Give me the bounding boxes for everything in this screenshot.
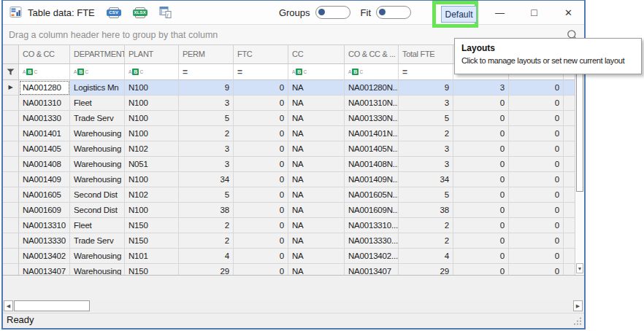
text-filter-type-icon[interactable]: ABC	[23, 69, 37, 75]
column-header[interactable]: CC	[288, 45, 345, 64]
text-filter-type-icon[interactable]: ABC	[348, 69, 363, 75]
cell[interactable]: 3	[453, 80, 509, 96]
row-indicator-cell[interactable]	[3, 264, 19, 276]
cell[interactable]: NA0013310...	[345, 218, 399, 233]
close-icon[interactable]: ✕	[562, 7, 575, 18]
cell[interactable]: 0	[234, 187, 288, 203]
cell[interactable]: 3	[399, 157, 453, 172]
cell[interactable]: NA001310N...	[345, 96, 399, 111]
cell[interactable]: 5	[179, 111, 234, 126]
cell[interactable]: NA	[288, 157, 345, 172]
cell[interactable]: NA0013402	[19, 249, 70, 264]
scroll-right-icon[interactable]: ▶	[573, 300, 583, 311]
numeric-filter-type-icon[interactable]: =	[237, 68, 242, 77]
cell[interactable]: 2	[179, 218, 234, 233]
cell[interactable]: NA	[288, 96, 345, 111]
cell[interactable]: NA	[288, 218, 345, 233]
cell[interactable]: 0	[234, 233, 288, 249]
cell[interactable]: Warehousing	[70, 249, 125, 264]
cell[interactable]: 3	[179, 96, 234, 111]
text-filter-type-icon[interactable]: ABC	[129, 69, 143, 75]
table-row[interactable]: NA0013402WarehousingN10140NANA0013402...…	[3, 249, 575, 264]
cell[interactable]: NA	[288, 141, 345, 157]
cell[interactable]: 4	[179, 249, 234, 264]
cell[interactable]: 0	[509, 264, 564, 276]
table-row[interactable]: NA0013310FleetN15020NANA0013310...200	[3, 218, 575, 233]
cell[interactable]: Warehousing	[70, 126, 125, 141]
cell[interactable]: NA	[288, 203, 345, 218]
row-indicator-cell[interactable]	[3, 157, 19, 172]
cell[interactable]: NA0013407	[19, 264, 70, 276]
cell[interactable]: 0	[234, 157, 288, 172]
row-indicator-cell[interactable]	[3, 172, 19, 187]
cell[interactable]: N100	[125, 80, 179, 96]
cell[interactable]: NA001405	[19, 141, 70, 157]
row-indicator-cell[interactable]	[3, 187, 19, 203]
cell[interactable]: NA0013407	[345, 264, 399, 276]
cell[interactable]: NA	[288, 80, 345, 96]
cell[interactable]: 2	[179, 126, 234, 141]
cell[interactable]: 0	[234, 249, 288, 264]
cell[interactable]: 3	[179, 157, 234, 172]
filter-cell[interactable]: ABC	[125, 64, 179, 80]
cell[interactable]: Second Dist	[70, 187, 125, 203]
cell[interactable]: 38	[399, 203, 453, 218]
cell[interactable]: NA	[288, 111, 345, 126]
cell[interactable]: NA0013310	[19, 218, 70, 233]
table-row[interactable]: ▶NA001280Logistics MnN10090NANA001280N..…	[3, 80, 575, 96]
cell[interactable]: NA	[288, 264, 345, 276]
cell[interactable]: NA001280	[19, 80, 70, 96]
column-header[interactable]: FTC	[234, 45, 288, 64]
cell[interactable]: N100	[125, 172, 179, 187]
cell[interactable]: 0	[509, 96, 564, 111]
cell[interactable]: NA001605	[19, 187, 70, 203]
cell[interactable]: 34	[179, 172, 234, 187]
fit-toggle-switch[interactable]	[376, 6, 411, 19]
cell[interactable]: 0	[234, 141, 288, 157]
cell[interactable]: 5	[179, 187, 234, 203]
cell[interactable]: N102	[125, 141, 179, 157]
cell[interactable]: 0	[509, 218, 564, 233]
filter-cell[interactable]: ABC	[345, 64, 399, 80]
cell[interactable]: 0	[453, 126, 509, 141]
row-indicator-cell[interactable]	[3, 96, 19, 111]
cell[interactable]: 0	[234, 96, 288, 111]
row-indicator-cell[interactable]	[3, 111, 19, 126]
cell[interactable]: 0	[509, 157, 564, 172]
cell[interactable]: 0	[453, 203, 509, 218]
cell[interactable]: N150	[125, 233, 179, 249]
table-row[interactable]: NA001405WarehousingN10230NANA001405N...3…	[3, 141, 575, 157]
numeric-filter-type-icon[interactable]: =	[402, 68, 407, 77]
numeric-filter-type-icon[interactable]: =	[183, 68, 188, 77]
cell[interactable]: 9	[399, 80, 453, 96]
filter-row-indicator-cell[interactable]	[3, 64, 19, 80]
export-xlsx-icon[interactable]: XLSX	[133, 7, 147, 18]
cell[interactable]: 0	[234, 80, 288, 96]
cell[interactable]: 0	[509, 203, 564, 218]
cell[interactable]: N150	[125, 218, 179, 233]
cell[interactable]: NA001408	[19, 157, 70, 172]
table-row[interactable]: NA001409WarehousingN100340NANA001409N...…	[3, 172, 575, 187]
cell[interactable]: 0	[453, 233, 509, 249]
export-csv-icon[interactable]: CSV	[107, 7, 121, 18]
table-row[interactable]: NA001609Second DistN100380NANA001609N...…	[3, 203, 575, 218]
resize-grip-icon[interactable]	[574, 317, 582, 325]
cell[interactable]: 0	[509, 80, 564, 96]
cell[interactable]: NA001330N...	[345, 111, 399, 126]
cell[interactable]: Fleet	[70, 96, 125, 111]
cell[interactable]: 3	[399, 96, 453, 111]
table-row[interactable]: NA001408WarehousingN05130NANA001408N...3…	[3, 157, 575, 172]
column-header[interactable]: Total FTE	[399, 45, 453, 64]
cell[interactable]: Fleet	[70, 218, 125, 233]
cell[interactable]: N100	[125, 126, 179, 141]
cell[interactable]: 0	[509, 249, 564, 264]
scroll-down-icon[interactable]: ▼	[576, 263, 583, 273]
cell[interactable]: NA001409	[19, 172, 70, 187]
cell[interactable]: 0	[234, 264, 288, 276]
cell[interactable]: NA0013330	[19, 233, 70, 249]
cell[interactable]: N150	[125, 264, 179, 276]
column-header[interactable]: PLANT	[125, 45, 179, 64]
cell[interactable]: 0	[453, 218, 509, 233]
table-row[interactable]: NA001330Trade ServN10050NANA001330N...50…	[3, 111, 575, 126]
row-indicator-cell[interactable]	[3, 126, 19, 141]
